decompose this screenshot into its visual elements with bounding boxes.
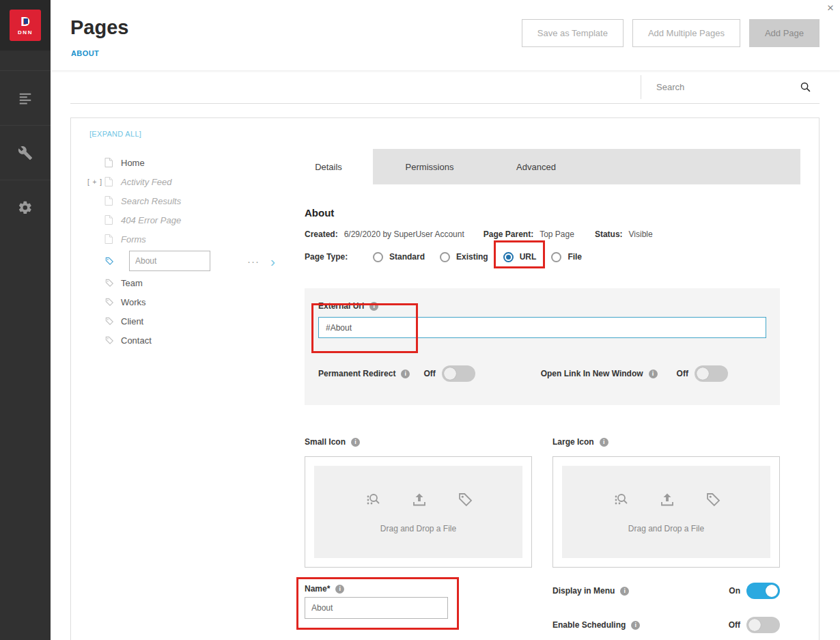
dnn-logo-box: D DNN — [10, 10, 41, 41]
tree-item-label: Search Results — [121, 196, 181, 206]
sidebar-item-settings[interactable] — [0, 180, 51, 234]
created-label: Created: — [305, 229, 338, 239]
info-icon[interactable] — [335, 585, 344, 594]
name-input[interactable] — [305, 597, 448, 619]
tree-item-about-editing[interactable]: ··· › — [89, 249, 284, 273]
dnn-logo-mark: D — [20, 15, 30, 28]
main-panel: [EXPAND ALL] Home [ + ] Activity Feed Se… — [70, 117, 820, 640]
radio-label: Existing — [456, 252, 488, 262]
expand-node-toggle[interactable]: [ + ] — [87, 178, 102, 186]
large-icon-dropzone[interactable]: Drag and Drop a File — [552, 456, 780, 568]
display-in-menu-state: On — [729, 586, 740, 596]
link-tag-icon — [104, 256, 114, 266]
tree-item-label: Works — [121, 297, 146, 307]
tree-item-forms[interactable]: Forms — [89, 229, 284, 249]
details-content: About Created: 6/29/2020 by SuperUser Ac… — [284, 184, 800, 640]
dnn-logo[interactable]: D DNN — [0, 0, 51, 51]
page-parent-value: Top Page — [540, 229, 574, 239]
small-icon-label-row: Small Icon — [305, 437, 360, 447]
link-tag-icon — [104, 297, 114, 307]
close-icon[interactable]: × — [827, 1, 834, 15]
info-icon[interactable] — [649, 370, 658, 378]
add-multiple-pages-button[interactable]: Add Multiple Pages — [632, 19, 740, 47]
tree-item-home[interactable]: Home — [89, 153, 284, 172]
upload-icon[interactable] — [658, 491, 676, 509]
header-actions: Save as Template Add Multiple Pages Add … — [522, 19, 820, 47]
tab-bar: Details Permissions Advanced — [284, 149, 800, 184]
open-new-window-label: Open Link In New Window — [541, 369, 643, 378]
search-input[interactable] — [656, 82, 800, 92]
tree-item-404-error-page[interactable]: 404 Error Page — [89, 210, 284, 229]
chevron-right-icon[interactable]: › — [270, 254, 275, 268]
tree-item-activity-feed[interactable]: [ + ] Activity Feed — [89, 172, 284, 191]
radio-circle[interactable] — [551, 252, 561, 262]
content-pages-icon — [18, 91, 33, 106]
search-box[interactable] — [641, 75, 820, 99]
display-in-menu-toggle[interactable] — [746, 583, 780, 599]
info-icon[interactable] — [369, 302, 378, 311]
expand-all-link[interactable]: [EXPAND ALL] — [89, 130, 284, 139]
radio-existing[interactable]: Existing — [440, 252, 488, 262]
page-tree: [EXPAND ALL] Home [ + ] Activity Feed Se… — [71, 118, 284, 350]
tab-details[interactable]: Details — [284, 149, 373, 184]
status-value: Visible — [629, 229, 653, 239]
tab-permissions[interactable]: Permissions — [373, 149, 486, 184]
page-type-label: Page Type: — [305, 252, 373, 262]
link-icon[interactable] — [705, 491, 721, 509]
more-options-icon[interactable]: ··· — [247, 255, 260, 267]
enable-scheduling-toggle[interactable] — [746, 617, 780, 633]
redirect-toggles-row: Permanent Redirect Off Open Link In New … — [318, 365, 766, 382]
link-icon[interactable] — [457, 491, 473, 509]
link-tag-icon — [104, 335, 114, 345]
save-as-template-button[interactable]: Save as Template — [522, 19, 624, 47]
dropzone-text: Drag and Drop a File — [380, 524, 456, 533]
radio-file[interactable]: File — [551, 252, 582, 262]
browse-icon[interactable] — [364, 491, 382, 509]
dropzone-inner: Drag and Drop a File — [314, 466, 522, 558]
open-new-window-toggle[interactable] — [695, 365, 728, 382]
external-url-label-row: External Url — [318, 301, 766, 311]
tree-item-team[interactable]: Team — [89, 273, 284, 292]
tree-item-contact[interactable]: Contact — [89, 331, 284, 350]
info-icon[interactable] — [631, 621, 640, 630]
dropzone-icons — [612, 491, 721, 509]
page-parent-label: Page Parent: — [484, 229, 533, 239]
search-bar-row — [70, 70, 820, 104]
status-label: Status: — [595, 229, 623, 239]
sidebar: D DNN — [0, 0, 51, 640]
radio-circle-selected[interactable] — [503, 252, 514, 262]
small-icon-dropzone[interactable]: Drag and Drop a File — [305, 456, 532, 568]
tree-page-name-input[interactable] — [129, 251, 210, 271]
page-subtitle: ABOUT — [71, 49, 99, 57]
permanent-redirect-label: Permanent Redirect — [318, 369, 395, 378]
tab-advanced[interactable]: Advanced — [486, 149, 586, 184]
large-icon-label: Large Icon — [552, 437, 594, 447]
info-icon[interactable] — [600, 438, 608, 447]
info-icon[interactable] — [351, 438, 360, 447]
tree-item-search-results[interactable]: Search Results — [89, 191, 284, 210]
sidebar-item-content[interactable] — [0, 70, 51, 125]
radio-url[interactable]: URL — [503, 252, 537, 262]
radio-circle[interactable] — [373, 252, 383, 262]
enable-scheduling-label: Enable Scheduling — [552, 620, 626, 630]
permanent-redirect-toggle[interactable] — [442, 365, 475, 382]
dropzone-inner: Drag and Drop a File — [562, 466, 770, 558]
link-tag-icon — [104, 316, 114, 326]
radio-circle[interactable] — [440, 252, 450, 262]
tree-item-client[interactable]: Client — [89, 311, 284, 331]
info-icon[interactable] — [620, 587, 629, 596]
external-url-input[interactable] — [318, 317, 766, 338]
upload-icon[interactable] — [410, 491, 428, 509]
add-page-button[interactable]: Add Page — [749, 19, 820, 47]
sidebar-nav — [0, 70, 51, 234]
dnn-logo-text: DNN — [18, 29, 33, 36]
external-url-label: External Url — [318, 301, 364, 311]
radio-standard[interactable]: Standard — [373, 252, 425, 262]
sidebar-item-tools[interactable] — [0, 125, 51, 180]
browse-icon[interactable] — [612, 491, 630, 509]
tree-item-works[interactable]: Works — [89, 292, 284, 311]
info-icon[interactable] — [401, 370, 410, 378]
tree-rows: Home [ + ] Activity Feed Search Results … — [89, 153, 284, 350]
toggle-knob — [444, 367, 456, 380]
search-icon[interactable] — [800, 81, 811, 93]
